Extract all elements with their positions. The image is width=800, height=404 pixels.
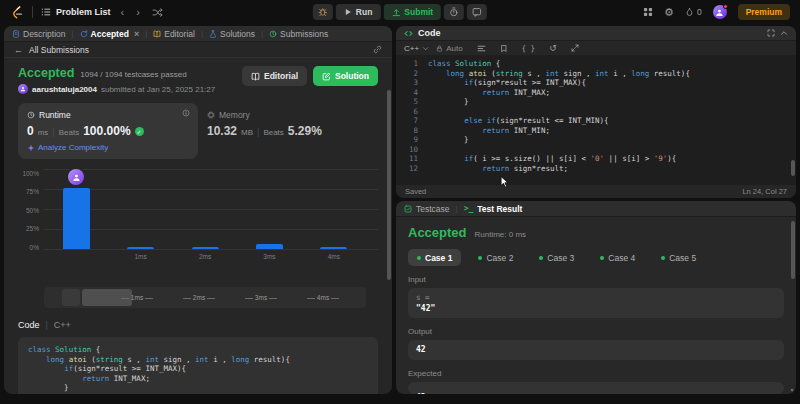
memory-card[interactable]: Memory 10.32 MB | Beats 5.29%	[198, 103, 378, 159]
runtime-card[interactable]: Runtime 0 ms | Beats 100.00% ✓	[18, 103, 198, 159]
tab-submissions[interactable]: Submissions	[269, 29, 328, 39]
runtime-bar[interactable]	[256, 244, 283, 249]
tab-separator: |	[456, 204, 458, 213]
beats-label: Beats	[59, 128, 79, 137]
leetcode-logo-icon[interactable]	[10, 5, 24, 19]
testresult-scrollbar[interactable]: ▾	[789, 217, 796, 394]
code-line-text: if(sign*result >= INT_MAX){	[428, 78, 586, 88]
cursor-position[interactable]: Ln 24, Col 27	[742, 187, 787, 196]
code-line: 1class Solution {	[402, 59, 796, 69]
line-number: 1	[402, 59, 418, 69]
expand-icon[interactable]	[571, 44, 579, 52]
code-line-text: if( i >= s.size() || s[i] < '0' || s[i] …	[428, 154, 676, 164]
case-tab-2[interactable]: Case 2	[469, 249, 522, 266]
testcase-label: Testcase	[416, 204, 450, 214]
editor-scrollbar[interactable]	[789, 58, 796, 184]
problem-list-button[interactable]: Problem List	[41, 7, 111, 17]
code-editor[interactable]: 1class Solution {2 long atoi (string s ,…	[396, 56, 796, 185]
next-problem-icon[interactable]: ›	[134, 7, 142, 18]
left-panel-scrollbar[interactable]	[385, 58, 392, 394]
runtime-bar[interactable]	[127, 247, 154, 249]
editor-header: Code	[396, 26, 796, 41]
user-avatar[interactable]	[713, 5, 727, 19]
tab-test-result[interactable]: >_ Test Result	[464, 204, 523, 214]
runtime-bar[interactable]	[192, 247, 219, 249]
apps-grid-icon[interactable]	[643, 7, 653, 17]
run-button[interactable]: Run	[336, 4, 381, 20]
prev-problem-icon[interactable]: ‹	[119, 7, 127, 18]
submitted-at: submitted at Jan 25, 2025 21:27	[101, 85, 215, 94]
play-icon	[344, 8, 352, 16]
expected-box[interactable]: 42	[408, 382, 784, 394]
format-lines-icon[interactable]	[477, 44, 486, 53]
all-submissions-label[interactable]: All Submissions	[29, 45, 89, 55]
runtime-bar[interactable]	[320, 247, 347, 249]
case-label: Case 3	[547, 253, 574, 263]
saved-status: Saved	[405, 187, 426, 196]
chart-brush[interactable]: 1ms2ms3ms4ms	[44, 287, 366, 308]
debug-button[interactable]	[313, 4, 333, 20]
case-tab-4[interactable]: Case 4	[591, 249, 644, 266]
bookmark-icon[interactable]	[500, 44, 508, 53]
upload-icon	[391, 8, 400, 17]
settings-gear-icon[interactable]: ⚙	[664, 6, 674, 19]
gridline	[44, 249, 378, 250]
streak-counter[interactable]: 0	[685, 7, 702, 17]
reset-icon[interactable]: ↺	[549, 43, 557, 53]
solution-button[interactable]: Solution	[313, 66, 378, 86]
brush-label-slot: 4ms	[292, 287, 354, 308]
tab-description[interactable]: Description	[12, 29, 66, 39]
pencil-square-icon	[322, 72, 331, 81]
case-dot	[417, 256, 421, 260]
language-select[interactable]: C++	[404, 44, 429, 53]
auto-label: Auto	[446, 44, 462, 53]
code-section-header: Code | C++	[18, 320, 378, 330]
case-tab-3[interactable]: Case 3	[530, 249, 583, 266]
case-tab-5[interactable]: Case 5	[652, 249, 705, 266]
tab-editorial[interactable]: Editorial	[153, 29, 195, 39]
info-icon[interactable]	[182, 109, 190, 117]
shuffle-icon[interactable]	[150, 7, 165, 18]
scroll-down-arrow[interactable]: ▾	[788, 387, 796, 394]
leetcode-app: { "topbar": { "problem_list": "Problem L…	[0, 0, 800, 404]
timer-button[interactable]	[444, 4, 464, 20]
tab-accepted[interactable]: Accepted ×	[80, 29, 140, 39]
premium-button[interactable]: Premium	[738, 4, 790, 20]
brackets-icon[interactable]: { }	[522, 44, 536, 53]
auto-toggle[interactable]: Auto	[436, 44, 462, 53]
book-icon	[153, 30, 161, 38]
streak-count: 0	[697, 7, 702, 17]
case-tab-1[interactable]: Case 1	[408, 249, 461, 266]
submit-button[interactable]: Submit	[383, 4, 441, 20]
close-tab-icon[interactable]: ×	[134, 29, 139, 39]
copy-link-icon[interactable]	[373, 45, 382, 54]
input-label: Input	[408, 275, 784, 284]
fullscreen-icon[interactable]	[767, 29, 775, 37]
scrollbar-thumb[interactable]	[387, 90, 391, 280]
scrollbar-thumb[interactable]	[791, 160, 795, 176]
input-box[interactable]: s = "42"	[408, 288, 784, 318]
scrollbar-thumb[interactable]	[791, 221, 795, 279]
runtime-bar[interactable]	[63, 188, 90, 249]
submitted-code-block[interactable]: class Solution { long atoi (string s , i…	[18, 337, 378, 394]
back-arrow-icon[interactable]: ←	[14, 45, 23, 55]
output-box[interactable]: 42	[408, 340, 784, 360]
code-line-text: }	[28, 383, 69, 393]
topbar-right: ⚙ 0 Premium	[643, 4, 790, 20]
output-label: Output	[408, 327, 784, 336]
editorial-button[interactable]: Editorial	[242, 66, 307, 86]
username[interactable]: aarushtaluja2004	[32, 85, 97, 94]
tab-separator: |	[145, 29, 147, 38]
clock-icon	[27, 111, 35, 119]
chart-bar-slot: 2ms	[173, 169, 237, 249]
tab-solutions[interactable]: Solutions	[209, 29, 255, 39]
analyze-complexity-link[interactable]: Analyze Complexity	[27, 143, 189, 152]
notes-button[interactable]	[467, 4, 487, 20]
divider	[32, 6, 33, 18]
tab-testcase[interactable]: Testcase	[404, 204, 450, 214]
x-axis-label: 1ms	[134, 253, 146, 260]
collapse-chevron-icon[interactable]	[780, 29, 788, 37]
test-result-label: Test Result	[477, 204, 522, 214]
code-line-text: return sign*result;	[428, 164, 568, 174]
document-icon	[12, 30, 20, 38]
